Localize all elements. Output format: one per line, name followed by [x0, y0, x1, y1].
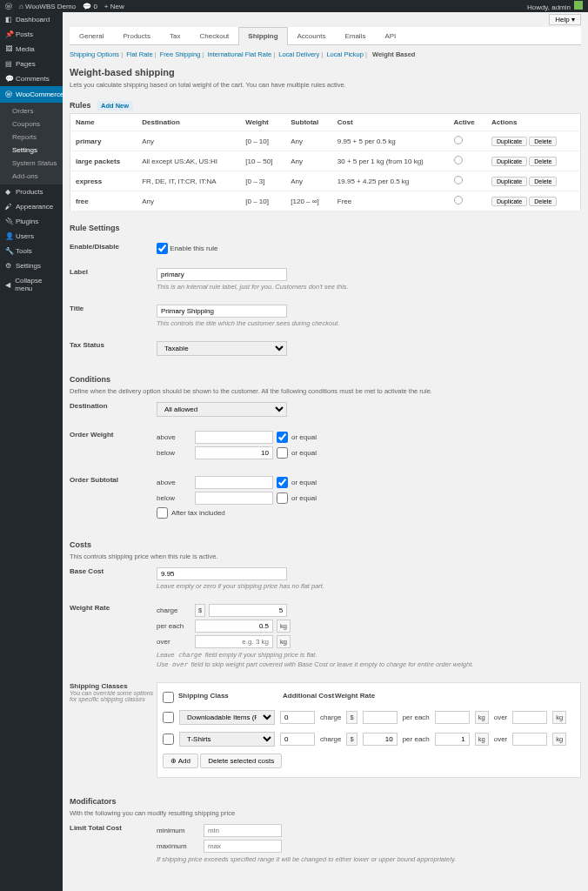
sc-per-input[interactable] — [435, 711, 470, 724]
sidebar-posts[interactable]: 📌Posts — [0, 27, 63, 42]
col-dest: Destination — [137, 114, 240, 131]
sc-charge-input[interactable] — [363, 711, 398, 724]
sidebar-plugins[interactable]: 🔌Plugins — [0, 214, 63, 229]
table-row[interactable]: expressFR, DE, IT, IT:CR, IT:NA[0 – 3]An… — [70, 171, 581, 191]
sub-below-input[interactable] — [195, 492, 273, 505]
base-input[interactable] — [157, 567, 287, 580]
tab-general[interactable]: General — [70, 27, 113, 44]
sc-over-input[interactable] — [512, 733, 547, 746]
duplicate-button[interactable]: Duplicate — [491, 157, 527, 166]
sidebar-products[interactable]: ◆Products — [0, 184, 63, 199]
enable-checkbox[interactable] — [157, 243, 168, 254]
tab-checkout[interactable]: Checkout — [190, 27, 239, 44]
over-input[interactable] — [195, 635, 273, 648]
delete-button[interactable]: Delete — [529, 177, 557, 186]
sidebar-sub-system[interactable]: System Status — [0, 157, 63, 170]
site-name[interactable]: ⌂ WooWBS Demo — [19, 3, 76, 10]
sidebar-media[interactable]: 🖼Media — [0, 42, 63, 57]
sc-check-all[interactable] — [163, 692, 174, 703]
subnav-local-pickup[interactable]: Local Pickup — [326, 50, 364, 58]
tab-shipping[interactable]: Shipping — [238, 27, 287, 45]
tab-accounts[interactable]: Accounts — [288, 27, 336, 44]
tab-api[interactable]: API — [375, 27, 405, 44]
weight-below-eq[interactable] — [277, 447, 288, 459]
label-input[interactable] — [157, 268, 287, 281]
weight-below-input[interactable] — [195, 446, 273, 459]
duplicate-button[interactable]: Duplicate — [491, 137, 527, 146]
rate-label: Weight Rate — [70, 604, 157, 668]
duplicate-button[interactable]: Duplicate — [491, 197, 527, 206]
sidebar-sub-settings[interactable]: Settings — [0, 144, 63, 157]
add-new-button[interactable]: Add New — [97, 101, 133, 111]
howdy[interactable]: Howdy, admin — [527, 1, 583, 11]
sc-over-input[interactable] — [512, 711, 547, 724]
sub-below-eq[interactable] — [277, 492, 288, 504]
sc-row-check[interactable] — [163, 734, 174, 745]
weight-above-input[interactable] — [195, 431, 273, 444]
sub-above-input[interactable] — [195, 476, 273, 489]
subnav-flat[interactable]: Flat Rate — [126, 50, 152, 58]
sidebar-pages[interactable]: ▤Pages — [0, 57, 63, 71]
active-toggle[interactable] — [454, 176, 463, 184]
sidebar-appearance[interactable]: 🖌Appearance — [0, 199, 63, 214]
sidebar-sub-orders[interactable]: Orders — [0, 104, 63, 117]
delete-button[interactable]: Delete — [529, 137, 557, 146]
title-input[interactable] — [157, 305, 287, 318]
delete-button[interactable]: Delete — [529, 157, 557, 166]
sidebar-woocommerce[interactable]: ⓦWooCommerce — [0, 86, 63, 103]
active-toggle[interactable] — [454, 196, 463, 204]
weight-above-eq[interactable] — [277, 432, 288, 443]
page-title: Weight-based shipping — [70, 67, 581, 77]
table-row[interactable]: freeAny[0 – 10][120 – ∞]FreeDuplicateDel… — [70, 191, 581, 211]
per-each-input[interactable] — [195, 620, 273, 633]
table-row[interactable]: primaryAny[0 – 10]Any9.95 + 5 per 0.5 kg… — [70, 131, 581, 151]
new-button[interactable]: + New — [104, 3, 124, 10]
min-input[interactable] — [204, 824, 282, 837]
wp-logo-icon[interactable]: ⓦ — [5, 2, 12, 11]
sc-add-button[interactable]: ⊕ Add — [163, 754, 198, 768]
charge-input[interactable] — [209, 604, 287, 617]
tax-select[interactable]: Taxable — [157, 341, 287, 356]
sc-add-input[interactable] — [280, 733, 315, 746]
page-desc: Lets you calculate shipping based on tot… — [70, 81, 581, 89]
sc-row-check[interactable] — [163, 712, 174, 723]
enable-checkbox-label[interactable]: Enable this rule — [157, 245, 217, 252]
subnav-options[interactable]: Shipping Options — [70, 50, 119, 58]
sidebar-comments[interactable]: 💬Comments — [0, 71, 63, 86]
subnav-intl[interactable]: International Flat Rate — [207, 50, 271, 58]
limit-hint: If shipping price exceeds specified rang… — [157, 855, 581, 863]
help-button[interactable]: Help ▾ — [549, 14, 581, 25]
sidebar-sub-addons[interactable]: Add-ons — [0, 170, 63, 183]
delete-button[interactable]: Delete — [529, 197, 557, 206]
sidebar-sub-coupons[interactable]: Coupons — [0, 117, 63, 131]
sc-delete-button[interactable]: Delete selected costs — [200, 754, 282, 768]
sidebar-dashboard[interactable]: ◧Dashboard — [0, 12, 63, 27]
tab-emails[interactable]: Emails — [335, 27, 375, 44]
title-hint: This controls the title which the custom… — [157, 319, 581, 327]
sub-above-eq[interactable] — [277, 477, 288, 488]
subnav-local-delivery[interactable]: Local Delivery — [278, 50, 319, 58]
sc-charge-input[interactable] — [363, 733, 398, 746]
max-input[interactable] — [204, 840, 282, 853]
comments-icon[interactable]: 💬 0 — [83, 3, 97, 10]
sc-per-input[interactable] — [435, 733, 470, 746]
sidebar-collapse[interactable]: ◀Collapse menu — [0, 273, 63, 296]
dest-select[interactable]: All allowed — [157, 402, 287, 417]
table-row[interactable]: large packetsAll except US:AK, US:HI[10 … — [70, 151, 581, 171]
sc-row: T-Shirts charge$ per eachkg overkg — [163, 728, 575, 750]
sc-add-input[interactable] — [280, 711, 315, 724]
tab-tax[interactable]: Tax — [160, 27, 190, 44]
subnav-free[interactable]: Free Shipping — [160, 50, 201, 58]
active-toggle[interactable] — [454, 136, 463, 144]
sidebar-settings[interactable]: ⚙Settings — [0, 258, 63, 273]
sub-above-lbl: above — [157, 479, 191, 486]
sidebar-tools[interactable]: 🔧Tools — [0, 244, 63, 258]
sidebar-sub-reports[interactable]: Reports — [0, 131, 63, 144]
sc-class-select[interactable]: Downloadable Items (Free Shipping) — [179, 710, 275, 725]
sc-class-select[interactable]: T-Shirts — [179, 732, 275, 747]
sidebar-users[interactable]: 👤Users — [0, 229, 63, 244]
active-toggle[interactable] — [454, 156, 463, 164]
duplicate-button[interactable]: Duplicate — [491, 177, 527, 186]
after-tax-checkbox[interactable] — [157, 507, 168, 519]
tab-products[interactable]: Products — [113, 27, 160, 44]
